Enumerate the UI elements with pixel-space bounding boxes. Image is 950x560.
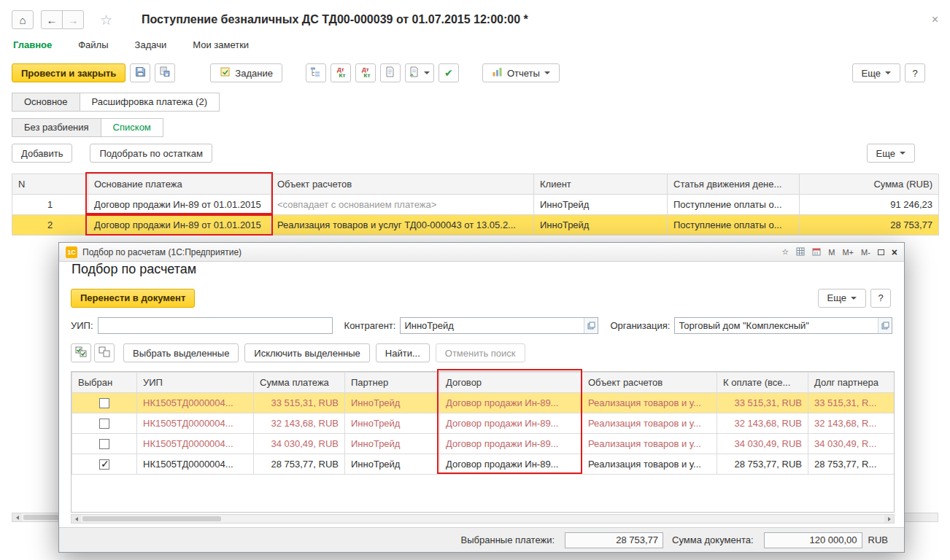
col-header-partner[interactable]: Партнер — [345, 373, 440, 393]
cell-partner-debt[interactable]: 32 143,68, R... — [808, 413, 895, 434]
col-header-client[interactable]: Клиент — [534, 174, 668, 195]
picker-row[interactable]: НК1505ТД0000004... 34 030,49, RUB ИнноТр… — [72, 434, 895, 454]
cell-uip[interactable]: НК1505ТД0000004... — [137, 454, 254, 475]
close-icon[interactable]: × — [892, 246, 897, 258]
save-and-post-button[interactable] — [155, 63, 175, 82]
tab-payment-breakdown[interactable]: Расшифровка платежа (2) — [80, 93, 220, 112]
post-document-button[interactable]: ✔ — [439, 63, 459, 82]
cell-payment-amount[interactable]: 28 753,77, RUB — [254, 454, 345, 475]
dialog-more-button[interactable]: Еще — [818, 289, 866, 308]
cell-uip[interactable]: НК1505ТД0000004... — [137, 393, 254, 413]
cell-to-pay[interactable]: 32 143,68, RUB — [717, 413, 808, 434]
row-checkbox[interactable] — [99, 398, 109, 408]
cell-partner[interactable]: ИнноТрейд — [345, 413, 440, 434]
create-based-on-button[interactable] — [405, 63, 434, 82]
pick-by-balances-button[interactable]: Подобрать по остаткам — [90, 144, 212, 163]
exclude-highlighted-button[interactable]: Исключить выделенные — [244, 343, 369, 362]
cell-settlement-object[interactable]: Реализация товаров и услуг ТД00-000043 о… — [271, 215, 534, 236]
cell-partner[interactable]: ИнноТрейд — [345, 454, 440, 475]
cell-contract[interactable]: Договор продажи Ин-89... — [440, 434, 582, 454]
row-checkbox[interactable] — [99, 439, 109, 449]
scroll-left-icon[interactable] — [12, 513, 22, 521]
check-all-button[interactable] — [71, 343, 91, 362]
postings-button[interactable]: ДтКт — [355, 63, 376, 82]
picker-row-checked[interactable]: НК1505ТД0000004... 28 753,77, RUB ИнноТр… — [72, 454, 895, 475]
cell-n[interactable]: 1 — [12, 195, 88, 215]
cell-contract[interactable]: Договор продажи Ин-89... — [440, 454, 582, 475]
favorite-star-icon[interactable]: ☆ — [100, 12, 112, 28]
more-button[interactable]: Еще — [852, 63, 900, 82]
row-checkbox[interactable] — [99, 419, 109, 429]
save-button[interactable] — [130, 63, 150, 82]
col-header-contract[interactable]: Договор — [440, 373, 582, 393]
menu-item-files[interactable]: Файлы — [78, 39, 108, 50]
back-button[interactable]: ← — [41, 10, 63, 29]
post-and-close-button[interactable]: Провести и закрыть — [12, 63, 125, 82]
cell-client[interactable]: ИнноТрейд — [534, 215, 668, 236]
counterparty-input[interactable] — [401, 318, 584, 333]
cell-partner[interactable]: ИнноТрейд — [345, 393, 440, 413]
col-header-partner-debt[interactable]: Долг партнера — [808, 373, 895, 393]
m-minus-button[interactable]: М- — [861, 248, 870, 257]
m-button[interactable]: М — [828, 248, 835, 257]
col-header-checked[interactable]: Выбран — [72, 373, 137, 393]
cell-to-pay[interactable]: 28 753,77, RUB — [717, 454, 808, 475]
find-button[interactable]: Найти... — [376, 343, 430, 362]
cell-n[interactable]: 2 — [12, 215, 88, 236]
payment-row[interactable]: 1 Договор продажи Ин-89 от 01.01.2015 <с… — [12, 195, 939, 215]
col-header-cash-flow-item[interactable]: Статья движения дене... — [668, 174, 800, 195]
col-header-to-pay[interactable]: К оплате (все... — [717, 373, 808, 393]
cancel-search-button[interactable]: Отменить поиск — [436, 343, 525, 362]
col-header-payment-basis[interactable]: Основание платежа — [88, 174, 271, 195]
cell-payment-basis[interactable]: Договор продажи Ин-89 от 01.01.2015 — [88, 215, 271, 236]
col-header-amount[interactable]: Сумма (RUB) — [800, 174, 939, 195]
home-button[interactable]: ⌂ — [12, 10, 34, 29]
task-button[interactable]: Задание — [210, 63, 282, 82]
calendar-icon[interactable] — [812, 247, 821, 257]
help-button[interactable]: ? — [905, 63, 925, 82]
dialog-titlebar[interactable]: 1С Подбор по расчетам (1С:Предприятие) ☆… — [59, 243, 904, 262]
picker-row[interactable]: НК1505ТД0000004... 32 143,68, RUB ИнноТр… — [72, 413, 895, 434]
uip-field[interactable] — [98, 317, 333, 334]
cell-settlement-object[interactable]: Реализация товаров и у... — [582, 393, 717, 413]
cell-partner-debt[interactable]: 28 753,77, R... — [808, 454, 895, 475]
list-more-button[interactable]: Еще — [867, 144, 915, 163]
scroll-right-icon[interactable] — [884, 515, 894, 523]
tab-as-list[interactable]: Списком — [101, 118, 163, 137]
scroll-left-icon[interactable] — [72, 515, 81, 523]
restore-window-icon[interactable] — [878, 249, 884, 255]
cell-settlement-object[interactable]: Реализация товаров и у... — [582, 454, 717, 475]
select-highlighted-button[interactable]: Выбрать выделенные — [123, 343, 239, 362]
col-header-n[interactable]: N — [12, 174, 88, 195]
picker-horizontal-scrollbar[interactable] — [71, 514, 895, 524]
cell-amount[interactable]: 91 246,23 — [800, 195, 939, 215]
cell-amount[interactable]: 28 753,77 — [800, 215, 939, 236]
add-button[interactable]: Добавить — [12, 144, 72, 163]
choice-icon[interactable] — [878, 318, 892, 333]
cell-partner-debt[interactable]: 34 030,49, R... — [808, 434, 895, 454]
picker-row[interactable]: НК1505ТД0000004... 33 515,31, RUB ИнноТр… — [72, 393, 895, 413]
cell-client[interactable]: ИнноТрейд — [534, 195, 668, 215]
cell-to-pay[interactable]: 34 030,49, RUB — [717, 434, 808, 454]
favorite-star-icon[interactable]: ☆ — [781, 247, 789, 257]
cell-settlement-object[interactable]: Реализация товаров и у... — [582, 434, 717, 454]
reports-button[interactable]: Отчеты — [482, 63, 560, 82]
menu-item-main[interactable]: Главное — [13, 39, 52, 50]
col-header-uip[interactable]: УИП — [137, 373, 254, 393]
cell-payment-amount[interactable]: 34 030,49, RUB — [254, 434, 345, 454]
uncheck-all-button[interactable] — [94, 343, 115, 362]
cell-payment-amount[interactable]: 33 515,31, RUB — [254, 393, 345, 413]
cell-payment-basis[interactable]: Договор продажи Ин-89 от 01.01.2015 — [88, 195, 271, 215]
menu-item-tasks[interactable]: Задачи — [135, 39, 167, 50]
cell-settlement-object[interactable]: Реализация товаров и у... — [582, 413, 717, 434]
cell-uip[interactable]: НК1505ТД0000004... — [137, 413, 254, 434]
dialog-help-button[interactable]: ? — [870, 289, 891, 308]
cell-contract[interactable]: Договор продажи Ин-89... — [440, 393, 582, 413]
cell-cash-flow-item[interactable]: Поступление оплаты о... — [668, 195, 800, 215]
tab-no-split[interactable]: Без разбиения — [12, 118, 101, 137]
m-plus-button[interactable]: М+ — [842, 248, 854, 257]
close-icon[interactable]: × — [932, 13, 938, 26]
row-checkbox[interactable] — [99, 459, 109, 470]
document-info-button[interactable] — [380, 63, 401, 82]
counterparty-field[interactable] — [400, 317, 598, 334]
